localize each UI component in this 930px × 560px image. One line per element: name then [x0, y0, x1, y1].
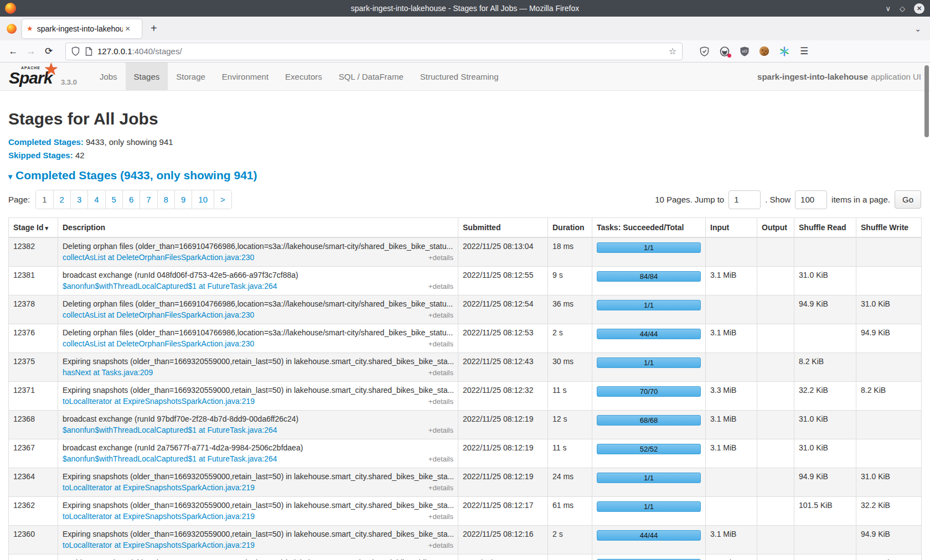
- column-header-stage-id[interactable]: Stage Id▾: [9, 218, 58, 238]
- page-button-5[interactable]: 5: [105, 190, 122, 209]
- jump-to-page-input[interactable]: [728, 190, 761, 209]
- page-info-icon[interactable]: [85, 47, 92, 56]
- bookmark-star-icon[interactable]: ☆: [669, 46, 676, 56]
- cookie-extension-icon[interactable]: [759, 46, 769, 56]
- shuffle-write-cell: [856, 266, 922, 295]
- column-header-input[interactable]: Input: [706, 218, 757, 238]
- tasks-progress-bar: 84/84: [597, 271, 701, 282]
- input-cell: [706, 496, 757, 525]
- page-button-10[interactable]: 10: [192, 190, 214, 209]
- stage-callsite-link[interactable]: toLocalIterator at ExpireSnapshotsSparkA…: [63, 483, 255, 492]
- page-button-9[interactable]: 9: [174, 190, 192, 209]
- minimize-icon[interactable]: ∨: [885, 4, 891, 13]
- input-cell: [706, 237, 757, 266]
- shield-check-extension-icon[interactable]: [699, 46, 710, 56]
- page-button-4[interactable]: 4: [87, 190, 105, 209]
- close-icon[interactable]: ✕: [914, 3, 924, 14]
- asterisk-extension-icon[interactable]: [779, 46, 789, 56]
- page-button-1[interactable]: 1: [36, 190, 53, 209]
- stage-callsite-link[interactable]: hasNext at Tasks.java:209: [63, 368, 153, 377]
- application-name: spark-ingest-into-lakehouse: [757, 72, 868, 81]
- ublock-extension-icon[interactable]: uO: [739, 46, 750, 56]
- stage-callsite-link[interactable]: toLocalIterator at ExpireSnapshotsSparkA…: [63, 397, 255, 406]
- details-toggle[interactable]: +details: [428, 426, 453, 434]
- details-toggle[interactable]: +details: [428, 484, 453, 492]
- shuffle-read-cell: 31.0 KiB: [794, 410, 856, 439]
- stage-callsite-link[interactable]: $anonfun$withThreadLocalCaptured$1 at Fu…: [63, 454, 277, 463]
- page-content: Stages for All Jobs Completed Stages: 94…: [0, 91, 930, 560]
- nav-item-executors[interactable]: Executors: [277, 63, 330, 90]
- details-toggle[interactable]: +details: [428, 253, 453, 262]
- page-button-7[interactable]: 7: [140, 190, 157, 209]
- column-header-tasks-succeeded-total[interactable]: Tasks: Succeeded/Total: [592, 218, 706, 238]
- column-header-description[interactable]: Description: [58, 218, 458, 238]
- details-toggle[interactable]: +details: [428, 455, 453, 463]
- column-header-shuffle-read[interactable]: Shuffle Read: [794, 218, 856, 238]
- tasks-cell: 70/70: [592, 381, 706, 410]
- details-toggle[interactable]: +details: [428, 541, 453, 549]
- nav-item-stages[interactable]: Stages: [126, 63, 168, 90]
- shuffle-write-cell: 94.9 KiB: [856, 324, 922, 352]
- tab-close-icon[interactable]: ✕: [125, 25, 131, 33]
- submitted-cell: 2022/11/25 08:12:16: [458, 554, 548, 560]
- output-cell: [757, 525, 794, 554]
- shield-icon[interactable]: [71, 46, 80, 56]
- page-button-2[interactable]: 2: [53, 190, 70, 209]
- completed-stages-link[interactable]: Completed Stages:: [8, 137, 84, 147]
- shuffle-write-cell: [856, 237, 922, 266]
- nav-item-sql-dataframe[interactable]: SQL / DataFrame: [330, 63, 412, 90]
- page-button-3[interactable]: 3: [70, 190, 87, 209]
- skipped-stages-link[interactable]: Skipped Stages:: [8, 151, 73, 160]
- new-tab-button[interactable]: +: [151, 22, 157, 35]
- tasks-progress-bar: 44/44: [597, 329, 701, 339]
- tab-title: spark-ingest-into-lakehous: [37, 24, 123, 33]
- details-toggle[interactable]: +details: [428, 311, 453, 319]
- nav-item-structured-streaming[interactable]: Structured Streaming: [412, 63, 507, 90]
- menu-icon[interactable]: ☰: [799, 46, 809, 56]
- submitted-cell: 2022/11/25 08:13:04: [458, 237, 548, 266]
- tab-bar: ★ spark-ingest-into-lakehous ✕ + ⌄: [0, 17, 930, 40]
- column-header-duration[interactable]: Duration: [548, 218, 592, 238]
- stage-callsite-link[interactable]: $anonfun$withThreadLocalCaptured$1 at Fu…: [63, 426, 277, 434]
- nav-item-environment[interactable]: Environment: [214, 63, 277, 90]
- stage-callsite-link[interactable]: toLocalIterator at ExpireSnapshotsSparkA…: [63, 512, 255, 521]
- page-scrollbar[interactable]: [924, 65, 929, 137]
- spark-nav-items: JobsStagesStorageEnvironmentExecutorsSQL…: [91, 63, 507, 90]
- tasks-cell: 52/52: [592, 439, 706, 468]
- stage-callsite-link[interactable]: collectAsList at DeleteOrphanFilesSparkA…: [63, 339, 254, 348]
- shuffle-read-cell: 94.9 KiB: [794, 295, 856, 324]
- details-toggle[interactable]: +details: [428, 512, 453, 521]
- url-bar[interactable]: 127.0.0.1:4040/stages/ ☆: [65, 43, 683, 60]
- browser-tab[interactable]: ★ spark-ingest-into-lakehous ✕: [22, 19, 142, 38]
- containers-mask-extension-icon[interactable]: [719, 46, 730, 56]
- column-header-output[interactable]: Output: [757, 218, 794, 238]
- details-toggle[interactable]: +details: [428, 369, 453, 377]
- duration-cell: 24 ms: [548, 468, 592, 496]
- reload-button[interactable]: ⟳: [40, 45, 58, 57]
- nav-item-jobs[interactable]: Jobs: [91, 63, 126, 90]
- column-header-shuffle-write[interactable]: Shuffle Write: [856, 218, 922, 238]
- stage-callsite-link[interactable]: $anonfun$withThreadLocalCaptured$1 at Fu…: [63, 282, 277, 291]
- go-button[interactable]: Go: [895, 190, 921, 209]
- tab-list-chevron-icon[interactable]: ⌄: [914, 24, 921, 33]
- tasks-cell: 44/44: [592, 525, 706, 554]
- stage-callsite-link[interactable]: toLocalIterator at ExpireSnapshotsSparkA…: [63, 541, 255, 549]
- stage-callsite-link[interactable]: collectAsList at DeleteOrphanFilesSparkA…: [63, 253, 254, 262]
- nav-item-storage[interactable]: Storage: [168, 63, 214, 90]
- page-button-8[interactable]: 8: [157, 190, 174, 209]
- maximize-icon[interactable]: ◇: [900, 4, 905, 13]
- back-button[interactable]: ←: [4, 46, 22, 57]
- next-page-button[interactable]: >: [214, 190, 231, 209]
- column-header-submitted[interactable]: Submitted: [458, 218, 548, 238]
- stage-callsite-link[interactable]: collectAsList at DeleteOrphanFilesSparkA…: [63, 310, 254, 319]
- completed-stages-section-header[interactable]: ▾Completed Stages (9433, only showing 94…: [8, 169, 921, 182]
- spark-logo[interactable]: APACHE Spark ★ 3.3.0: [0, 63, 77, 90]
- table-row: 12381 broadcast exchange (runId 048fd06f…: [9, 266, 922, 295]
- page-button-6[interactable]: 6: [122, 190, 140, 209]
- details-toggle[interactable]: +details: [428, 282, 453, 291]
- items-per-page-input[interactable]: [795, 190, 827, 209]
- url-text[interactable]: 127.0.0.1:4040/stages/: [97, 46, 669, 56]
- details-toggle[interactable]: +details: [428, 340, 453, 348]
- details-toggle[interactable]: +details: [428, 397, 453, 406]
- forward-button[interactable]: →: [22, 46, 40, 57]
